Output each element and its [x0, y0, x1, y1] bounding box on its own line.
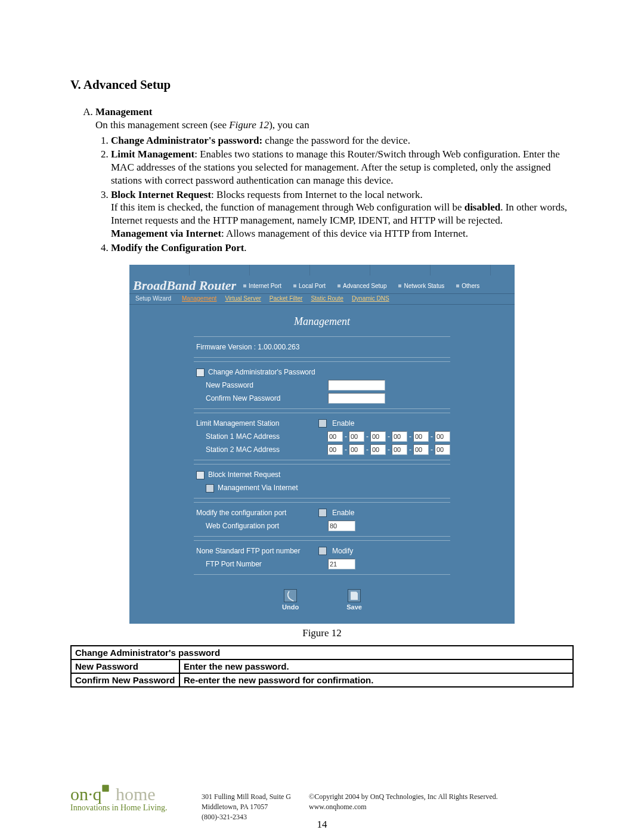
mac-input[interactable] [392, 444, 407, 455]
station2-label: Station 2 MAC Address [194, 445, 327, 454]
ftp-port-number-label: FTP Port Number [194, 560, 328, 568]
footer-address: Middletown, PA 17057 [202, 802, 291, 812]
mac-input[interactable] [413, 431, 429, 442]
mac-input[interactable] [413, 444, 429, 455]
figure-caption: Figure 12 [70, 627, 574, 639]
ftp-port-label: None Standard FTP port number [194, 547, 318, 555]
web-port-input[interactable] [328, 521, 355, 531]
subsection-label: Management [95, 106, 152, 117]
web-port-label: Web Configuration port [194, 522, 328, 530]
new-password-input[interactable] [328, 380, 385, 391]
management-via-internet-checkbox[interactable] [206, 484, 214, 493]
management-via-internet-label: Management Via Internet [218, 484, 298, 492]
bullet-icon [338, 284, 340, 287]
subnav-virtual-server[interactable]: Virtual Server [225, 295, 261, 302]
enable-label: Enable [332, 419, 354, 428]
password-spec-table: Change Administrator's password New Pass… [70, 645, 574, 688]
list-item: Change Administrator's password: change … [111, 134, 574, 147]
modify-port-enable-checkbox[interactable] [318, 509, 327, 517]
undo-button[interactable]: Undo [282, 589, 299, 611]
bullet-icon [293, 284, 296, 287]
ftp-port-input[interactable] [328, 559, 355, 569]
confirm-password-input[interactable] [328, 393, 385, 404]
mac-input[interactable] [349, 431, 364, 442]
save-icon [348, 589, 361, 602]
mac-input[interactable] [435, 444, 450, 455]
station1-label: Station 1 MAC Address [194, 432, 327, 441]
station2-mac: - - - - - [327, 444, 450, 455]
list-item-paragraph: Management via Internet: Allows manageme… [111, 227, 574, 240]
ftp-modify-checkbox[interactable] [318, 547, 327, 555]
figure-12-screenshot: BroadBand Router Internet Port Local Por… [129, 265, 515, 624]
footer-address: 301 Fulling Mill Road, Suite G [202, 792, 291, 802]
footer-copyright: ©Copyright 2004 by OnQ Technologies, Inc… [309, 792, 498, 802]
panel-title: Management [129, 305, 515, 336]
mac-input[interactable] [327, 431, 343, 442]
bullet-icon [456, 284, 459, 287]
intro-text: On this management screen (see Figure 12… [95, 119, 574, 132]
subnav-packet-filter[interactable]: Packet Filter [270, 295, 303, 302]
modify-label: Modify [332, 547, 353, 555]
modify-port-label: Modify the configuration port [194, 509, 318, 517]
mac-input[interactable] [370, 431, 386, 442]
section-heading: V. Advanced Setup [70, 78, 574, 92]
block-internet-label: Block Internet Request [208, 470, 280, 479]
list-item-paragraph: If this item is checked, the function of… [111, 201, 574, 227]
tab-strip [129, 265, 515, 275]
mac-input[interactable] [392, 431, 407, 442]
enable-label: Enable [332, 509, 354, 517]
confirm-password-label: Confirm New Password [194, 394, 328, 402]
table-cell: Confirm New Password [71, 673, 179, 687]
bullet-icon [243, 284, 246, 287]
nav-others[interactable]: Others [453, 281, 483, 290]
undo-icon [284, 589, 297, 602]
nav-internet-port[interactable]: Internet Port [240, 281, 285, 290]
page-footer: on·q home Innovations in Home Living. 30… [70, 784, 574, 813]
list-item: Block Internet Request: Blocks requests … [111, 188, 574, 240]
block-internet-checkbox[interactable] [196, 471, 205, 479]
onq-logo: on·q home [70, 784, 156, 804]
mac-input[interactable] [435, 431, 450, 442]
router-logo: BroadBand Router [133, 278, 236, 293]
limit-management-label: Limit Management Station [194, 419, 318, 428]
list-item: Modify the Configuration Port. [111, 241, 574, 255]
nav-advanced-setup[interactable]: Advanced Setup [334, 281, 390, 290]
page-number: 14 [0, 819, 644, 831]
footer-url: www.onqhome.com [309, 802, 498, 812]
change-password-label: Change Administrator's Password [208, 368, 315, 376]
mac-input[interactable] [349, 444, 364, 455]
table-header: Change Administrator's password [71, 646, 573, 659]
firmware-version: Firmware Version : 1.00.000.263 [194, 343, 318, 351]
new-password-label: New Password [194, 381, 328, 389]
setup-wizard-link[interactable]: Setup Wizard [135, 295, 171, 302]
table-cell: Re-enter the new password for confirmati… [179, 673, 573, 687]
station1-mac: - - - - - [327, 431, 450, 442]
mac-input[interactable] [327, 444, 343, 455]
subnav-management[interactable]: Management [182, 295, 216, 302]
nav-local-port[interactable]: Local Port [290, 281, 329, 290]
nav-network-status[interactable]: Network Status [395, 281, 448, 290]
list-item: Limit Management: Enables two stations t… [111, 148, 574, 187]
change-password-checkbox[interactable] [196, 368, 205, 377]
subnav-dynamic-dns[interactable]: Dynamic DNS [352, 295, 389, 302]
table-cell: New Password [71, 659, 179, 673]
table-cell: Enter the new password. [179, 659, 573, 673]
mac-input[interactable] [370, 444, 386, 455]
subnav-static-route[interactable]: Static Route [311, 295, 343, 302]
save-button[interactable]: Save [346, 589, 362, 611]
bullet-icon [398, 284, 401, 287]
limit-enable-checkbox[interactable] [318, 419, 327, 428]
